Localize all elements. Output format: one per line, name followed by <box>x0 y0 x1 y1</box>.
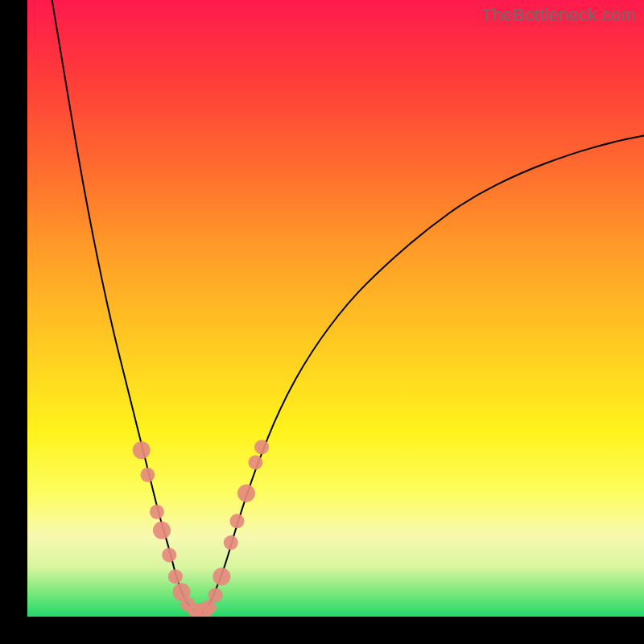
marker-dot <box>213 568 230 585</box>
marker-dot <box>140 468 155 482</box>
marker-dot <box>248 456 262 470</box>
right-branch-path <box>200 136 644 614</box>
marker-dot <box>254 440 269 454</box>
marker-dot <box>208 588 223 602</box>
left-branch-path <box>52 0 200 613</box>
chart-svg <box>27 0 644 617</box>
marker-dot <box>202 601 217 615</box>
marker-dot <box>153 522 171 539</box>
marker-dot <box>224 535 238 550</box>
marker-dot <box>133 441 151 459</box>
marker-dot <box>168 569 183 584</box>
marker-dots-group <box>133 440 269 617</box>
marker-dot <box>237 485 255 502</box>
marker-dot <box>150 505 164 519</box>
marker-dot <box>229 514 244 528</box>
chart-plot-area: TheBottleneck.com <box>27 0 644 617</box>
marker-dot <box>162 547 176 562</box>
